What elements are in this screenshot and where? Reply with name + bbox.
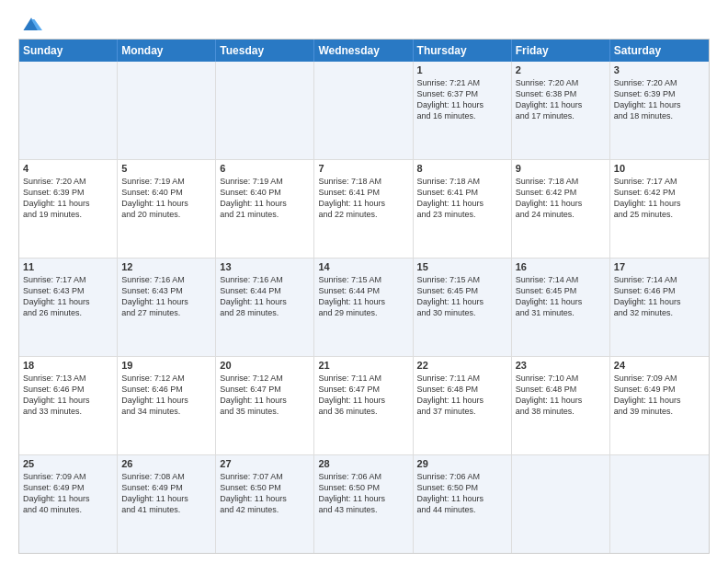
day-number: 2 (516, 64, 606, 75)
day-number: 12 (121, 261, 211, 272)
day-cell: 18Sunrise: 7:13 AM Sunset: 6:46 PM Dayli… (19, 357, 118, 454)
day-cell: 2Sunrise: 7:20 AM Sunset: 6:38 PM Daylig… (512, 62, 610, 159)
day-info: Sunrise: 7:17 AM Sunset: 6:43 PM Dayligh… (23, 274, 113, 319)
day-number: 27 (220, 458, 310, 469)
day-header-monday: Monday (118, 40, 216, 62)
day-cell: 3Sunrise: 7:20 AM Sunset: 6:39 PM Daylig… (610, 62, 709, 159)
day-info: Sunrise: 7:10 AM Sunset: 6:48 PM Dayligh… (516, 373, 606, 418)
day-header-tuesday: Tuesday (216, 40, 314, 62)
day-cell: 27Sunrise: 7:07 AM Sunset: 6:50 PM Dayli… (216, 455, 314, 553)
day-info: Sunrise: 7:11 AM Sunset: 6:48 PM Dayligh… (417, 373, 507, 418)
calendar-row-3: 18Sunrise: 7:13 AM Sunset: 6:46 PM Dayli… (19, 357, 709, 455)
day-number: 3 (614, 64, 705, 75)
calendar-row-1: 4Sunrise: 7:20 AM Sunset: 6:39 PM Daylig… (19, 160, 709, 259)
day-info: Sunrise: 7:20 AM Sunset: 6:39 PM Dayligh… (614, 77, 705, 122)
day-number: 26 (121, 458, 211, 469)
day-info: Sunrise: 7:18 AM Sunset: 6:42 PM Dayligh… (516, 176, 606, 221)
day-cell: 10Sunrise: 7:17 AM Sunset: 6:42 PM Dayli… (610, 160, 709, 258)
day-header-saturday: Saturday (610, 40, 709, 62)
day-header-thursday: Thursday (414, 40, 512, 62)
day-cell: 8Sunrise: 7:18 AM Sunset: 6:41 PM Daylig… (414, 160, 512, 258)
day-info: Sunrise: 7:21 AM Sunset: 6:37 PM Dayligh… (417, 77, 507, 122)
day-cell: 23Sunrise: 7:10 AM Sunset: 6:48 PM Dayli… (512, 357, 610, 454)
day-info: Sunrise: 7:12 AM Sunset: 6:46 PM Dayligh… (121, 373, 211, 418)
logo (18, 15, 42, 31)
day-number: 24 (614, 360, 705, 371)
day-cell: 13Sunrise: 7:16 AM Sunset: 6:44 PM Dayli… (216, 259, 314, 356)
day-info: Sunrise: 7:16 AM Sunset: 6:43 PM Dayligh… (121, 274, 211, 319)
day-info: Sunrise: 7:06 AM Sunset: 6:50 PM Dayligh… (417, 471, 507, 516)
day-info: Sunrise: 7:13 AM Sunset: 6:46 PM Dayligh… (23, 373, 113, 418)
day-number: 14 (318, 261, 408, 272)
day-cell: 4Sunrise: 7:20 AM Sunset: 6:39 PM Daylig… (19, 160, 118, 258)
calendar-row-2: 11Sunrise: 7:17 AM Sunset: 6:43 PM Dayli… (19, 259, 709, 357)
day-number: 9 (516, 163, 606, 174)
day-cell: 12Sunrise: 7:16 AM Sunset: 6:43 PM Dayli… (118, 259, 216, 356)
day-number: 17 (614, 261, 705, 272)
day-info: Sunrise: 7:11 AM Sunset: 6:47 PM Dayligh… (318, 373, 408, 418)
day-cell (314, 62, 413, 159)
day-number: 21 (318, 360, 408, 371)
day-info: Sunrise: 7:17 AM Sunset: 6:42 PM Dayligh… (614, 176, 705, 221)
day-cell: 26Sunrise: 7:08 AM Sunset: 6:49 PM Dayli… (118, 455, 216, 553)
day-number: 8 (417, 163, 507, 174)
day-cell: 17Sunrise: 7:14 AM Sunset: 6:46 PM Dayli… (610, 259, 709, 356)
day-cell: 22Sunrise: 7:11 AM Sunset: 6:48 PM Dayli… (414, 357, 512, 454)
header (18, 15, 710, 31)
day-info: Sunrise: 7:14 AM Sunset: 6:46 PM Dayligh… (614, 274, 705, 319)
day-cell (19, 62, 118, 159)
day-header-friday: Friday (512, 40, 610, 62)
day-cell: 25Sunrise: 7:09 AM Sunset: 6:49 PM Dayli… (19, 455, 118, 553)
logo-icon (20, 15, 42, 35)
day-number: 7 (318, 163, 408, 174)
day-info: Sunrise: 7:15 AM Sunset: 6:44 PM Dayligh… (318, 274, 408, 319)
day-number: 6 (220, 163, 310, 174)
day-header-sunday: Sunday (19, 40, 118, 62)
day-number: 10 (614, 163, 705, 174)
day-cell (512, 455, 610, 553)
day-info: Sunrise: 7:18 AM Sunset: 6:41 PM Dayligh… (318, 176, 408, 221)
day-info: Sunrise: 7:14 AM Sunset: 6:45 PM Dayligh… (516, 274, 606, 319)
calendar-row-4: 25Sunrise: 7:09 AM Sunset: 6:49 PM Dayli… (19, 455, 709, 553)
day-number: 23 (516, 360, 606, 371)
day-info: Sunrise: 7:09 AM Sunset: 6:49 PM Dayligh… (23, 471, 113, 516)
day-info: Sunrise: 7:19 AM Sunset: 6:40 PM Dayligh… (220, 176, 310, 221)
day-header-wednesday: Wednesday (314, 40, 413, 62)
day-number: 5 (121, 163, 211, 174)
day-number: 1 (417, 64, 507, 75)
calendar-header-row: SundayMondayTuesdayWednesdayThursdayFrid… (19, 40, 709, 62)
day-info: Sunrise: 7:20 AM Sunset: 6:38 PM Dayligh… (516, 77, 606, 122)
day-info: Sunrise: 7:09 AM Sunset: 6:49 PM Dayligh… (614, 373, 705, 418)
day-cell: 28Sunrise: 7:06 AM Sunset: 6:50 PM Dayli… (314, 455, 413, 553)
day-cell (118, 62, 216, 159)
day-number: 29 (417, 458, 507, 469)
day-number: 4 (23, 163, 113, 174)
day-cell: 16Sunrise: 7:14 AM Sunset: 6:45 PM Dayli… (512, 259, 610, 356)
day-number: 20 (220, 360, 310, 371)
day-cell: 19Sunrise: 7:12 AM Sunset: 6:46 PM Dayli… (118, 357, 216, 454)
day-number: 19 (121, 360, 211, 371)
day-cell: 21Sunrise: 7:11 AM Sunset: 6:47 PM Dayli… (314, 357, 413, 454)
day-number: 25 (23, 458, 113, 469)
day-number: 18 (23, 360, 113, 371)
day-cell: 24Sunrise: 7:09 AM Sunset: 6:49 PM Dayli… (610, 357, 709, 454)
day-cell (610, 455, 709, 553)
calendar: SundayMondayTuesdayWednesdayThursdayFrid… (18, 39, 710, 554)
day-info: Sunrise: 7:08 AM Sunset: 6:49 PM Dayligh… (121, 471, 211, 516)
day-number: 13 (220, 261, 310, 272)
day-number: 11 (23, 261, 113, 272)
day-info: Sunrise: 7:18 AM Sunset: 6:41 PM Dayligh… (417, 176, 507, 221)
day-cell: 20Sunrise: 7:12 AM Sunset: 6:47 PM Dayli… (216, 357, 314, 454)
calendar-body: 1Sunrise: 7:21 AM Sunset: 6:37 PM Daylig… (19, 62, 709, 553)
day-info: Sunrise: 7:19 AM Sunset: 6:40 PM Dayligh… (121, 176, 211, 221)
day-cell: 29Sunrise: 7:06 AM Sunset: 6:50 PM Dayli… (414, 455, 512, 553)
page: SundayMondayTuesdayWednesdayThursdayFrid… (0, 0, 728, 563)
day-cell: 15Sunrise: 7:15 AM Sunset: 6:45 PM Dayli… (414, 259, 512, 356)
calendar-row-0: 1Sunrise: 7:21 AM Sunset: 6:37 PM Daylig… (19, 62, 709, 160)
day-cell: 6Sunrise: 7:19 AM Sunset: 6:40 PM Daylig… (216, 160, 314, 258)
day-info: Sunrise: 7:06 AM Sunset: 6:50 PM Dayligh… (318, 471, 408, 516)
day-info: Sunrise: 7:07 AM Sunset: 6:50 PM Dayligh… (220, 471, 310, 516)
day-cell (216, 62, 314, 159)
day-cell: 9Sunrise: 7:18 AM Sunset: 6:42 PM Daylig… (512, 160, 610, 258)
day-number: 28 (318, 458, 408, 469)
